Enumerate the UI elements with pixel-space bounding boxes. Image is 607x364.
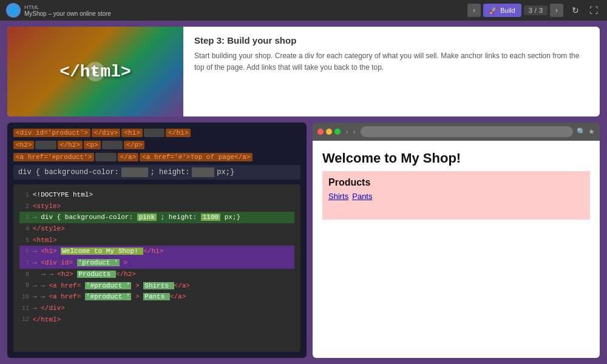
token-p-close: </p>	[124, 141, 144, 149]
dot-maximize	[334, 129, 341, 135]
browser-back-button[interactable]: ‹	[344, 128, 350, 135]
main-content: </html> ▶ Step 3: Build your shop Start …	[0, 21, 607, 364]
lesson-description: Start building your shop. Create a div f…	[194, 50, 589, 73]
bottom-section: <div id='product'> </div> <h1> </h1> <h2…	[7, 123, 600, 358]
css-height-text: ; height:	[151, 168, 190, 177]
preview-heading: Welcome to My Shop!	[322, 150, 590, 166]
preview-link-shirts[interactable]: Shirts	[328, 192, 348, 201]
code-line: 4 </style>	[19, 223, 294, 235]
browser-content: Welcome to My Shop! Products Shirts Pant…	[313, 141, 600, 358]
token-h1-open: <h1>	[121, 129, 142, 137]
token-h2-open: <h2>	[13, 141, 34, 149]
code-line-highlighted: 6 → <h1> Welcome to My Shop! </h1>	[19, 246, 294, 257]
code-panel: <div id='product'> </div> <h1> </h1> <h2…	[7, 123, 307, 358]
code-display: 1 <!DOCTYPE html> 2 <style> 3 → div { ba…	[13, 184, 300, 352]
refresh-button[interactable]: ↻	[568, 3, 583, 18]
css-rule-display: div { background-color: ; height: px;}	[13, 165, 300, 180]
preview-subheading: Products	[328, 177, 584, 188]
completion-row-1: <div id='product'> </div> <h1> </h1>	[13, 129, 300, 137]
code-line: 8 → → <h2> Products </h2>	[19, 269, 294, 280]
code-line: 1 <!DOCTYPE html>	[19, 189, 294, 201]
next-button[interactable]: ›	[550, 4, 563, 17]
browser-actions: 🔍 ★	[577, 127, 595, 136]
css-rule-text: div { background-color:	[18, 168, 119, 177]
code-line: 2 <style>	[19, 201, 294, 212]
token-p-open: <p>	[84, 141, 101, 149]
dot-minimize	[326, 129, 332, 135]
app-title: HTML MyShop – your own online store	[24, 4, 111, 17]
toolbar-right: ↻ ⛶	[568, 3, 601, 18]
code-line: 9 → → <a href= '#product ' > Shirts </a>	[19, 280, 294, 292]
code-line-highlighted: 3 → div { background-color: pink ; heigh…	[19, 212, 294, 223]
token-div-open: <div id='product'>	[13, 129, 90, 137]
css-height-value[interactable]	[192, 167, 214, 177]
app-info: 🌐 HTML MyShop – your own online store	[6, 3, 463, 18]
token-a-product-open: <a href='#product'>	[13, 153, 94, 161]
browser-dots	[317, 129, 341, 135]
completion-row-3: <a href='#product'> </a> <a href='#'>Top…	[13, 153, 300, 161]
app-subtitle: MyShop – your own online store	[24, 10, 111, 17]
token-div-close: </div>	[92, 129, 121, 137]
top-bar: 🌐 HTML MyShop – your own online store ‹ …	[0, 0, 607, 21]
browser-search-button[interactable]: 🔍	[577, 127, 586, 136]
completion-row-2: <h2> </h2> <p> </p>	[13, 141, 300, 149]
token-a-top: <a href='#'>Top of page</a>	[140, 153, 253, 161]
browser-panel: ‹ › 🔍 ★ Welcome to My Shop! Products Shi…	[313, 123, 600, 358]
app-type-label: HTML	[24, 4, 111, 10]
lesson-text: Step 3: Build your shop Start building y…	[183, 27, 600, 116]
code-line: 11 → </div>	[19, 303, 294, 314]
preview-links: Shirts Pants	[328, 192, 584, 201]
prev-button[interactable]: ‹	[467, 4, 481, 17]
token-blank-3[interactable]	[102, 141, 123, 149]
browser-forward-button[interactable]: ›	[351, 128, 358, 135]
lesson-card: </html> ▶ Step 3: Build your shop Start …	[7, 27, 600, 116]
token-h2-close: </h2>	[58, 141, 83, 149]
completion-area: <div id='product'> </div> <h1> </h1> <h2…	[13, 129, 300, 180]
fullscreen-button[interactable]: ⛶	[586, 3, 601, 18]
browser-nav: ‹ ›	[344, 128, 357, 135]
app-icon: 🌐	[6, 3, 21, 18]
browser-address-bar[interactable]	[361, 126, 573, 137]
lesson-image: </html> ▶	[7, 27, 183, 116]
nav-controls: ‹ 🚀 Build 3/3 ›	[467, 4, 563, 17]
token-blank-4[interactable]	[95, 153, 116, 161]
preview-link-pants[interactable]: Pants	[352, 192, 372, 201]
step-indicator: 3/3	[524, 5, 548, 15]
css-px-text: px;}	[217, 168, 234, 177]
browser-toolbar: ‹ › 🔍 ★	[313, 123, 600, 141]
css-color-value[interactable]	[121, 167, 148, 177]
play-button[interactable]: ▶	[86, 62, 105, 81]
dot-close	[317, 129, 324, 135]
preview-product-div: Products Shirts Pants	[322, 171, 590, 220]
token-blank-2[interactable]	[35, 141, 56, 149]
lesson-step-label: Step 3: Build your shop	[194, 35, 589, 46]
code-line: 12 </html>	[19, 314, 294, 326]
browser-bookmark-button[interactable]: ★	[588, 127, 595, 136]
code-line: 10 → → <a href= '#product ' > Pants </a>	[19, 291, 294, 303]
token-blank-1[interactable]	[144, 129, 164, 137]
token-h1-close: </h1>	[166, 129, 191, 137]
build-button[interactable]: 🚀 Build	[483, 4, 521, 17]
code-line: 5 <html>	[19, 235, 294, 246]
token-a-close: </a>	[118, 153, 138, 161]
code-line-highlighted: 7 → <div id= 'product ' >	[19, 257, 294, 269]
